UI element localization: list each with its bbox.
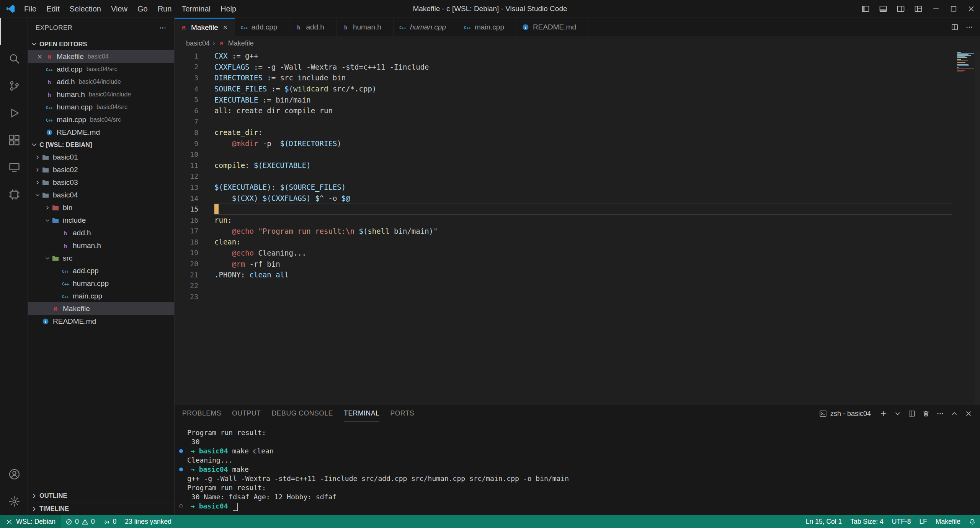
tree-expand-icon[interactable] xyxy=(33,179,42,186)
tree-item-add.cpp[interactable]: C++add.cpp xyxy=(28,264,174,277)
code-line-8[interactable]: 8create_dir: xyxy=(175,127,980,138)
code-line-18[interactable]: 18clean: xyxy=(175,236,980,248)
close-tab-button[interactable] xyxy=(222,24,229,31)
status-cursor-position[interactable]: Ln 15, Col 1 xyxy=(802,515,846,528)
command-decoration-icon[interactable] xyxy=(179,449,183,453)
code-line-9[interactable]: 9 @mkdir -p $(DIRECTORIES) xyxy=(175,138,980,149)
tree-item-basic04[interactable]: basic04 xyxy=(28,189,174,201)
workspace-header[interactable]: C [WSL: DEBIAN] xyxy=(28,139,174,151)
open-editor-item[interactable]: C++main.cppbasic04/src xyxy=(28,113,174,126)
toggle-panel-button[interactable] xyxy=(874,0,892,18)
split-editor-icon[interactable] xyxy=(951,23,959,31)
close-icon[interactable] xyxy=(37,54,43,60)
customize-layout-button[interactable] xyxy=(910,0,927,18)
outline-pane-header[interactable]: OUTLINE xyxy=(28,489,174,502)
activity-containers[interactable] xyxy=(0,181,28,208)
menu-selection[interactable]: Selection xyxy=(65,0,106,18)
window-maximize-button[interactable] xyxy=(945,0,962,18)
minimap[interactable] xyxy=(957,52,975,76)
tree-collapse-icon[interactable] xyxy=(43,255,52,261)
status-indentation[interactable]: Tab Size: 4 xyxy=(846,515,888,528)
tab-human.h[interactable]: hhuman.h xyxy=(336,18,394,36)
tree-item-include[interactable]: include xyxy=(28,214,174,227)
tree-item-basic03[interactable]: basic03 xyxy=(28,176,174,189)
tree-expand-icon[interactable] xyxy=(33,167,42,173)
menu-go[interactable]: Go xyxy=(132,0,153,18)
toggle-secondary-sidebar-button[interactable] xyxy=(892,0,910,18)
remote-indicator[interactable]: WSL: Debian xyxy=(0,515,61,528)
split-terminal-button[interactable] xyxy=(908,410,916,417)
tab-readme.md[interactable]: iREADME.md xyxy=(516,18,588,36)
tree-item-makefile[interactable]: MMakefile xyxy=(28,302,174,315)
tree-item-human.h[interactable]: hhuman.h xyxy=(28,239,174,252)
code-line-5[interactable]: 5EXECUTABLE := bin/main xyxy=(175,94,980,105)
tree-item-readme.md[interactable]: iREADME.md xyxy=(28,315,174,328)
activity-settings[interactable] xyxy=(0,488,28,515)
window-close-button[interactable] xyxy=(962,0,980,18)
status-language-mode[interactable]: Makefile xyxy=(931,515,965,528)
new-terminal-button[interactable] xyxy=(880,410,887,417)
menu-file[interactable]: File xyxy=(19,0,41,18)
close-editor-slot[interactable] xyxy=(34,54,46,60)
code-line-3[interactable]: 3DIRECTORIES := src include bin xyxy=(175,72,980,83)
window-minimize-button[interactable] xyxy=(927,0,945,18)
panel-tab-problems[interactable]: PROBLEMS xyxy=(182,405,221,422)
panel-tab-debug-console[interactable]: DEBUG CONSOLE xyxy=(272,405,333,422)
code-line-12[interactable]: 12 xyxy=(175,171,980,182)
menu-run[interactable]: Run xyxy=(153,0,177,18)
toggle-primary-sidebar-button[interactable] xyxy=(857,0,874,18)
code-line-14[interactable]: 14 $(CXX) $(CXXFLAGS) $^ -o $@ xyxy=(175,193,980,204)
editor-scrollbar[interactable] xyxy=(975,51,980,405)
kill-terminal-button[interactable] xyxy=(922,410,930,417)
panel-tab-ports[interactable]: PORTS xyxy=(390,405,414,422)
code-line-15[interactable]: 15 xyxy=(175,204,980,215)
status-notifications[interactable] xyxy=(965,515,980,528)
tree-item-basic01[interactable]: basic01 xyxy=(28,151,174,163)
tree-collapse-icon[interactable] xyxy=(43,217,52,223)
tree-item-basic02[interactable]: basic02 xyxy=(28,163,174,176)
code-line-22[interactable]: 22 xyxy=(175,280,980,291)
menu-help[interactable]: Help xyxy=(216,0,241,18)
open-editor-item[interactable]: C++human.cppbasic04/src xyxy=(28,101,174,113)
editor-more-actions-icon[interactable] xyxy=(965,23,973,31)
tree-item-src[interactable]: src xyxy=(28,252,174,264)
command-decoration-icon[interactable] xyxy=(179,468,183,471)
code-line-7[interactable]: 7 xyxy=(175,116,980,127)
code-line-19[interactable]: 19 @echo Cleaning... xyxy=(175,248,980,259)
code-line-2[interactable]: 2CXXFLAGS := -g -Wall -Wextra -std=c++11… xyxy=(175,62,980,73)
tab-human.cpp[interactable]: C++human.cpp xyxy=(394,18,458,36)
tab-add.cpp[interactable]: C++add.cpp xyxy=(235,18,290,36)
explorer-more-actions-icon[interactable] xyxy=(159,24,167,32)
tree-collapse-icon[interactable] xyxy=(33,192,42,198)
activity-search[interactable] xyxy=(0,45,28,72)
tree-item-human.cpp[interactable]: C++human.cpp xyxy=(28,277,174,290)
more-actions-button[interactable] xyxy=(936,410,944,417)
command-pending-icon[interactable] xyxy=(179,504,183,508)
launch-profile-button[interactable] xyxy=(894,410,902,417)
code-line-1[interactable]: 1CXX := g++ xyxy=(175,51,980,62)
menu-terminal[interactable]: Terminal xyxy=(176,0,216,18)
code-line-6[interactable]: 6all: create_dir compile run xyxy=(175,105,980,116)
activity-accounts[interactable] xyxy=(0,461,28,488)
code-line-17[interactable]: 17 @echo "Program run result:\n $(shell … xyxy=(175,226,980,237)
panel-tab-terminal[interactable]: TERMINAL xyxy=(344,405,379,422)
tab-add.h[interactable]: hadd.h xyxy=(289,18,336,36)
tree-expand-icon[interactable] xyxy=(43,205,52,211)
open-editor-item[interactable]: hhuman.hbasic04/include xyxy=(28,88,174,101)
tab-main.cpp[interactable]: C++main.cpp xyxy=(458,18,516,36)
open-editor-item[interactable]: MMakefilebasic04 xyxy=(28,50,174,63)
open-editor-item[interactable]: hadd.hbasic04/include xyxy=(28,75,174,88)
code-line-20[interactable]: 20 @rm -rf bin xyxy=(175,258,980,269)
problems-indicator[interactable]: 0 0 xyxy=(61,515,99,528)
activity-source-control[interactable] xyxy=(0,72,28,99)
code-line-4[interactable]: 4SOURCE_FILES := $(wildcard src/*.cpp) xyxy=(175,83,980,95)
tab-makefile[interactable]: MMakefile xyxy=(175,18,235,36)
terminal-shell-selector[interactable]: zsh - basic04 xyxy=(819,410,871,418)
status-eol[interactable]: LF xyxy=(915,515,931,528)
terminal[interactable]: Program run result: 30→ basic04 make cle… xyxy=(175,422,980,515)
code-line-10[interactable]: 10 xyxy=(175,149,980,160)
maximize-panel-button[interactable] xyxy=(951,410,958,417)
activity-run-and-debug[interactable] xyxy=(0,99,28,127)
code-line-16[interactable]: 16run: xyxy=(175,215,980,226)
activity-extensions[interactable] xyxy=(0,127,28,154)
